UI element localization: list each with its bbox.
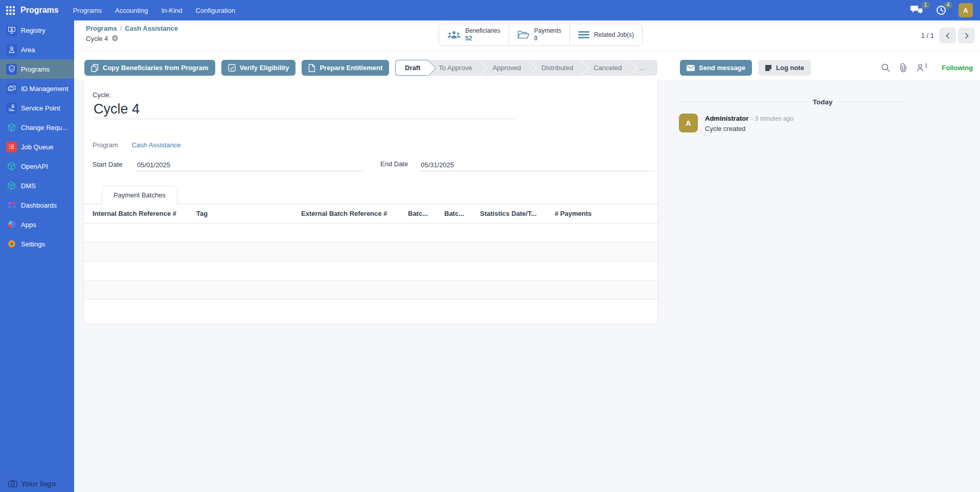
table-row[interactable] bbox=[84, 242, 658, 261]
gear-icon[interactable]: ⚙ bbox=[111, 34, 118, 43]
cycle-name-input[interactable]: Cycle 4 bbox=[94, 101, 140, 117]
sidebar-item-job-queue[interactable]: Job Queue bbox=[0, 137, 74, 156]
checkbox-icon bbox=[228, 64, 236, 72]
prepare-entitlement-button[interactable]: Prepare Entitlement bbox=[302, 60, 389, 76]
start-date-input[interactable]: 05/01/2025 bbox=[137, 161, 170, 169]
related-jobs-smart-button[interactable]: Related Job(s) bbox=[569, 24, 642, 46]
menu-in-kind[interactable]: In-Kind bbox=[161, 7, 182, 14]
menu-programs[interactable]: Programs bbox=[73, 7, 102, 14]
table-row[interactable] bbox=[84, 299, 658, 324]
chatter-topbar: Send message Log note 1 Following bbox=[680, 60, 973, 76]
log-note-button[interactable]: Log note bbox=[758, 60, 811, 76]
end-date-underline bbox=[419, 171, 655, 171]
job-queue-icon bbox=[6, 142, 17, 152]
menu-accounting[interactable]: Accounting bbox=[115, 7, 148, 14]
table-row[interactable] bbox=[84, 223, 658, 242]
chevron-left-icon bbox=[946, 33, 950, 39]
attachments-button[interactable] bbox=[900, 63, 907, 72]
status-step-more[interactable]: ... bbox=[632, 60, 652, 76]
paperclip-icon bbox=[900, 63, 907, 72]
statusbar: Draft To Approve Approved Distributed Ca… bbox=[395, 60, 657, 76]
list-bars-icon bbox=[578, 31, 589, 38]
cube-icon bbox=[6, 181, 17, 191]
status-step-approved[interactable]: Approved bbox=[482, 60, 531, 76]
sidebar-item-dashboards[interactable]: Dashboards bbox=[0, 195, 74, 215]
service-point-icon bbox=[6, 103, 17, 114]
sidebar-item-dms[interactable]: DMS bbox=[0, 176, 74, 195]
pager: 1 / 1 bbox=[921, 28, 975, 43]
activities-button[interactable]: 4 bbox=[936, 5, 946, 15]
column-header[interactable]: Statistics Date/T... bbox=[480, 210, 537, 217]
message-author[interactable]: Administrator bbox=[705, 115, 748, 122]
sidebar-item-change-requests[interactable]: Change Requ... bbox=[0, 118, 74, 137]
menu-configuration[interactable]: Configuration bbox=[196, 7, 235, 14]
payments-smart-button[interactable]: Payments 0 bbox=[509, 24, 569, 46]
breadcrumb-separator: / bbox=[120, 25, 122, 32]
top-navbar: Programs Programs Accounting In-Kind Con… bbox=[0, 0, 980, 20]
sidebar-item-settings[interactable]: Settings bbox=[0, 234, 74, 254]
chatter-tools: 1 bbox=[881, 63, 928, 72]
sidebar-item-apps[interactable]: Apps bbox=[0, 215, 74, 234]
status-step-to-approve[interactable]: To Approve bbox=[428, 60, 482, 76]
column-header[interactable]: External Batch Reference # bbox=[301, 210, 387, 217]
camera-icon bbox=[8, 479, 17, 488]
table-header-row: Internal Batch Reference # Tag External … bbox=[84, 205, 658, 223]
search-messages-button[interactable] bbox=[881, 63, 890, 72]
end-date-label: End Date bbox=[380, 160, 408, 168]
sidebar-item-area[interactable]: Area bbox=[0, 40, 74, 59]
messages-button[interactable]: 1 bbox=[910, 5, 924, 15]
column-header[interactable]: # Payments bbox=[555, 210, 591, 217]
logo-placeholder[interactable]: Your logo bbox=[8, 479, 56, 488]
main-area: Programs/Cash Assistance Cycle 4 ⚙ Benef… bbox=[74, 20, 980, 492]
note-icon bbox=[765, 64, 772, 72]
program-link[interactable]: Cash Assistance bbox=[131, 141, 180, 149]
breadcrumb-cash-assistance[interactable]: Cash Assistance bbox=[125, 25, 178, 32]
content-area: Cycle: Cycle 4 Program Cash Assistance S… bbox=[74, 80, 980, 492]
user-avatar[interactable]: A bbox=[959, 3, 973, 17]
beneficiaries-smart-button[interactable]: Beneficiaries 52 bbox=[439, 24, 509, 46]
column-header[interactable]: Batc... bbox=[444, 210, 464, 217]
follower-icon bbox=[917, 64, 924, 72]
date-divider: Today bbox=[676, 98, 907, 106]
apps-grid-icon[interactable] bbox=[0, 0, 20, 20]
cycle-name-underline bbox=[94, 119, 514, 119]
sidebar-item-registry[interactable]: Registry bbox=[0, 20, 74, 40]
program-field-label: Program bbox=[93, 141, 118, 149]
end-date-input[interactable]: 05/31/2025 bbox=[421, 161, 454, 169]
smart-button-group: Beneficiaries 52 Payments 0 bbox=[439, 24, 643, 46]
sidebar-item-id-management[interactable]: ID Management bbox=[0, 79, 74, 98]
smart-button-count: 52 bbox=[465, 35, 500, 42]
following-toggle[interactable]: Following bbox=[942, 64, 973, 72]
column-header[interactable]: Batc... bbox=[408, 210, 428, 217]
notebook-tabbar: Payment Batches bbox=[84, 186, 658, 204]
column-header[interactable]: Internal Batch Reference # bbox=[93, 210, 176, 217]
sidebar-item-service-point[interactable]: Service Point bbox=[0, 98, 74, 118]
table-row[interactable] bbox=[84, 261, 658, 280]
follower-count: 1 bbox=[925, 63, 928, 69]
smart-button-label: Beneficiaries bbox=[465, 27, 500, 35]
status-step-draft[interactable]: Draft bbox=[395, 60, 428, 76]
tab-payment-batches[interactable]: Payment Batches bbox=[102, 186, 177, 205]
status-step-distributed[interactable]: Distributed bbox=[531, 60, 583, 76]
send-message-button[interactable]: Send message bbox=[680, 60, 752, 76]
folder-icon bbox=[517, 30, 530, 39]
start-date-underline bbox=[135, 171, 363, 171]
sidebar-item-openapi[interactable]: OpenAPI bbox=[0, 156, 74, 176]
sidebar: Registry Area Programs ID Management Ser… bbox=[0, 20, 74, 492]
pager-previous-button[interactable] bbox=[939, 28, 956, 43]
copy-icon bbox=[91, 64, 99, 72]
logo-text: Your logo bbox=[21, 479, 56, 488]
control-panel: Programs/Cash Assistance Cycle 4 ⚙ Benef… bbox=[74, 20, 980, 80]
sidebar-item-programs[interactable]: Programs bbox=[0, 59, 74, 79]
column-header[interactable]: Tag bbox=[196, 210, 208, 217]
copy-beneficiaries-button[interactable]: Copy Beneficiaries from Program bbox=[84, 60, 215, 76]
app-brand[interactable]: Programs bbox=[20, 6, 59, 15]
status-step-canceled[interactable]: Canceled bbox=[583, 60, 632, 76]
pager-next-button[interactable] bbox=[958, 28, 975, 43]
breadcrumb-programs[interactable]: Programs bbox=[86, 25, 117, 32]
settings-icon bbox=[6, 239, 17, 250]
navbar-right: 1 4 A bbox=[910, 3, 980, 17]
table-row[interactable] bbox=[84, 280, 658, 299]
followers-button[interactable]: 1 bbox=[917, 64, 928, 72]
verify-eligibility-button[interactable]: Verify Eligibility bbox=[221, 60, 296, 76]
